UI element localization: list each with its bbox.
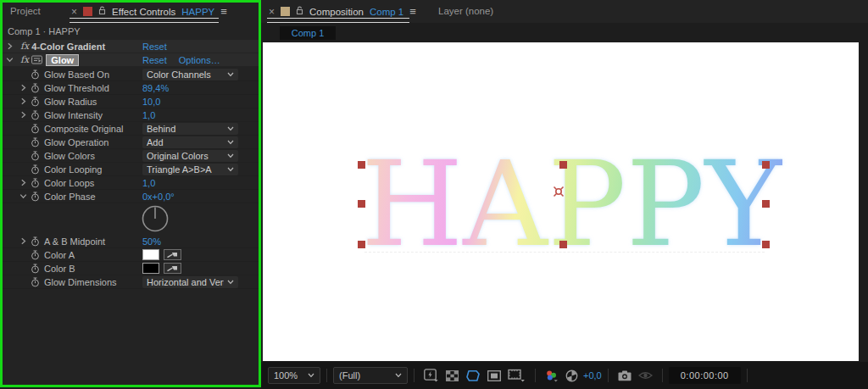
region-of-interest-icon[interactable] bbox=[487, 370, 501, 381]
stopwatch-icon[interactable] bbox=[28, 277, 42, 287]
effect-name-selected[interactable]: Glow bbox=[46, 54, 79, 66]
param-label: Color Looping bbox=[44, 164, 103, 175]
composition-tabbar: × Composition Comp 1 ≡ Layer (none) bbox=[260, 0, 868, 23]
stopwatch-icon[interactable] bbox=[28, 83, 42, 93]
tab-project[interactable]: Project bbox=[10, 6, 41, 16]
stopwatch-icon[interactable] bbox=[28, 250, 42, 260]
stopwatch-icon[interactable] bbox=[28, 97, 42, 107]
disclosure-right-icon[interactable] bbox=[18, 237, 28, 245]
disclosure-right-icon[interactable] bbox=[18, 179, 28, 186]
color-a-eyedropper-button[interactable] bbox=[164, 249, 181, 260]
transparency-grid-icon[interactable] bbox=[446, 370, 459, 381]
lock-icon[interactable] bbox=[296, 6, 303, 17]
panel-color-square-icon bbox=[83, 7, 92, 16]
selection-handle-mid-right[interactable] bbox=[762, 200, 770, 208]
glow-radius-value[interactable]: 10,0 bbox=[142, 97, 160, 107]
close-icon[interactable]: × bbox=[71, 7, 77, 17]
color-b-swatch[interactable] bbox=[142, 263, 159, 274]
glow-based-on-dropdown[interactable]: Color Channels bbox=[142, 69, 238, 81]
comp-1-subtab[interactable]: Comp 1 bbox=[280, 26, 336, 40]
chevron-down-icon bbox=[395, 373, 402, 378]
glow-operation-dropdown[interactable]: Add bbox=[142, 136, 238, 148]
selection-handle-top-left[interactable] bbox=[358, 161, 365, 169]
toolbar-separator bbox=[608, 369, 609, 382]
selection-handle-bottom-left[interactable] bbox=[358, 241, 365, 248]
tab-effect-controls[interactable]: × Effect Controls HAPPY ≡ bbox=[71, 5, 226, 18]
snapshot-camera-icon[interactable] bbox=[618, 370, 632, 381]
exposure-value[interactable]: +0,0 bbox=[583, 370, 602, 381]
color-phase-value[interactable]: 0x+0,0° bbox=[142, 192, 175, 202]
disclosure-right-icon[interactable] bbox=[18, 111, 28, 119]
color-a-swatch[interactable] bbox=[142, 249, 159, 260]
stopwatch-icon[interactable] bbox=[28, 178, 42, 188]
chevron-down-icon bbox=[227, 167, 234, 172]
stopwatch-icon[interactable] bbox=[28, 192, 42, 202]
color-phase-dial[interactable] bbox=[141, 204, 170, 236]
stopwatch-icon[interactable] bbox=[28, 124, 42, 134]
disclosure-down-icon[interactable] bbox=[18, 193, 28, 199]
param-label: Glow Threshold bbox=[44, 83, 109, 93]
lock-icon[interactable] bbox=[98, 6, 106, 17]
composite-original-dropdown[interactable]: Behind bbox=[142, 123, 238, 135]
zoom-dropdown[interactable]: 100% bbox=[268, 367, 320, 384]
options-link[interactable]: Options… bbox=[179, 55, 220, 65]
timecode-display[interactable]: 0:00:00:00 bbox=[669, 367, 741, 384]
glow-dimensions-dropdown[interactable]: Horizontal and Verti bbox=[142, 276, 238, 288]
selection-handle-bottom-right[interactable] bbox=[762, 241, 770, 248]
show-snapshot-icon[interactable] bbox=[638, 370, 653, 381]
selection-handle-top-right[interactable] bbox=[762, 161, 770, 169]
reset-link[interactable]: Reset bbox=[142, 42, 167, 52]
exposure-shutter-icon[interactable] bbox=[565, 370, 578, 382]
composition-viewport[interactable]: HAPPY bbox=[263, 42, 859, 361]
mask-visibility-icon[interactable] bbox=[465, 370, 481, 382]
composition-panel: × Composition Comp 1 ≡ Layer (none) Comp… bbox=[260, 0, 868, 389]
glow-threshold-value[interactable]: 89,4% bbox=[142, 83, 169, 93]
grid-guides-icon[interactable] bbox=[508, 369, 526, 382]
active-tab-indicator bbox=[70, 18, 219, 23]
selection-handle-bottom-center[interactable] bbox=[559, 241, 567, 248]
panel-menu-icon[interactable]: ≡ bbox=[220, 5, 226, 18]
color-b-eyedropper-button[interactable] bbox=[164, 263, 181, 274]
stopwatch-icon[interactable] bbox=[28, 69, 42, 80]
stopwatch-icon[interactable] bbox=[28, 110, 42, 120]
channels-rgb-icon[interactable] bbox=[545, 370, 559, 382]
effect-name: 4-Color Gradient bbox=[31, 42, 105, 52]
stopwatch-icon[interactable] bbox=[28, 137, 42, 147]
selection-handle-top-center[interactable] bbox=[559, 161, 567, 169]
disclosure-right-icon[interactable] bbox=[18, 97, 28, 105]
close-icon[interactable]: × bbox=[269, 7, 275, 17]
reset-link[interactable]: Reset bbox=[142, 55, 167, 65]
ab-midpoint-value[interactable]: 50% bbox=[142, 236, 161, 247]
effect-row-glow[interactable]: fx Glow Reset Options… bbox=[0, 53, 260, 66]
panel-color-square-icon bbox=[281, 7, 290, 16]
stopwatch-icon[interactable] bbox=[28, 236, 42, 247]
disclosure-down-icon[interactable] bbox=[4, 57, 15, 63]
happy-text[interactable]: HAPPY bbox=[361, 158, 782, 253]
chevron-down-icon bbox=[227, 72, 234, 77]
param-label: Color A bbox=[44, 250, 75, 260]
param-row-color-loops: Color Loops 1,0 bbox=[0, 176, 260, 190]
toolbar-separator bbox=[747, 369, 748, 382]
glow-intensity-value[interactable]: 1,0 bbox=[142, 110, 155, 120]
anchor-point-icon[interactable] bbox=[550, 183, 567, 203]
stopwatch-icon[interactable] bbox=[28, 164, 42, 175]
tab-composition[interactable]: × Composition Comp 1 ≡ bbox=[269, 5, 415, 18]
param-label: A & B Midpoint bbox=[44, 236, 105, 247]
glow-colors-dropdown[interactable]: Original Colors bbox=[142, 150, 238, 162]
effect-row-4-color-gradient[interactable]: fx 4-Color Gradient Reset bbox=[0, 40, 260, 53]
tab-layer[interactable]: Layer (none) bbox=[438, 6, 493, 16]
panel-menu-icon[interactable]: ≡ bbox=[409, 5, 415, 18]
fast-previews-icon[interactable] bbox=[424, 369, 439, 382]
disclosure-right-icon[interactable] bbox=[18, 84, 28, 92]
param-label: Color B bbox=[44, 264, 75, 274]
color-phase-dial-row bbox=[0, 203, 260, 235]
selection-handle-mid-left[interactable] bbox=[358, 200, 365, 208]
color-loops-value[interactable]: 1,0 bbox=[142, 178, 155, 188]
param-label: Glow Intensity bbox=[44, 110, 103, 120]
param-label: Glow Based On bbox=[44, 69, 109, 80]
stopwatch-icon[interactable] bbox=[28, 264, 42, 274]
color-looping-dropdown[interactable]: Triangle A>B>A bbox=[142, 164, 238, 175]
resolution-dropdown[interactable]: (Full) bbox=[333, 367, 408, 384]
stopwatch-icon[interactable] bbox=[28, 151, 42, 161]
disclosure-right-icon[interactable] bbox=[4, 42, 15, 50]
